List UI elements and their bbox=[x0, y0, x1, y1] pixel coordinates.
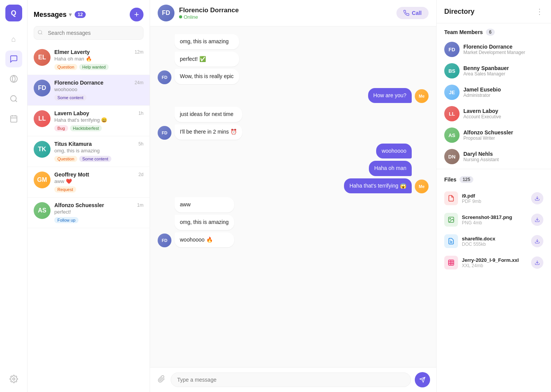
nav-calendar[interactable] bbox=[5, 110, 22, 127]
tag: Question bbox=[54, 156, 77, 162]
file-icon-doc bbox=[444, 234, 458, 248]
avatar-geoffrey: GM bbox=[34, 172, 51, 188]
member-item-daryl[interactable]: DN Daryl Nehls Nursing Assistant bbox=[437, 146, 551, 167]
svg-rect-19 bbox=[448, 260, 454, 265]
app-logo[interactable]: Q bbox=[5, 5, 22, 21]
directory-header: Directory ⋮ bbox=[437, 0, 551, 23]
conv-name: Titus Kitamura bbox=[54, 141, 92, 147]
conv-time: 24m bbox=[135, 80, 143, 85]
divider bbox=[437, 169, 551, 169]
nav-home[interactable]: ⌂ bbox=[5, 31, 22, 47]
svg-rect-3 bbox=[10, 116, 17, 122]
svg-point-7 bbox=[13, 378, 15, 380]
member-item-alfonzo[interactable]: AS Alfonzo Schuessler Proposal Writer bbox=[437, 124, 551, 146]
messages-title: Messages ▾ bbox=[34, 11, 72, 19]
messages-panel: Messages ▾ 12 + EL Elmer Laverty12m Haha… bbox=[28, 0, 150, 392]
conv-item-elmer[interactable]: EL Elmer Laverty12m Haha oh man 🔥 Questi… bbox=[28, 44, 150, 75]
member-avatar: LL bbox=[444, 106, 460, 121]
member-item-benny[interactable]: BS Benny Spanbauer Area Sales Manager bbox=[437, 60, 551, 82]
file-icon-png bbox=[444, 213, 458, 227]
file-icon-xxl bbox=[444, 256, 458, 270]
message-bubble: omg, this is amazing bbox=[174, 215, 234, 230]
chat-contact-avatar: FD bbox=[158, 5, 174, 21]
message-bubble: just ideas for next time bbox=[174, 107, 242, 122]
messages-body: FD omg, this is amazing perfect! ✅ Wow, … bbox=[150, 26, 436, 367]
file-meta: XXL 24mb bbox=[462, 263, 527, 268]
chat-contact-name: Florencio Dorrance bbox=[179, 7, 239, 14]
file-meta: PNG 4mb bbox=[462, 220, 527, 225]
tag: Hacktoberfest bbox=[70, 125, 102, 131]
nav-analytics[interactable] bbox=[5, 70, 22, 87]
conv-tags: Request bbox=[54, 186, 143, 193]
status-dot bbox=[179, 15, 182, 18]
member-avatar: FD bbox=[444, 42, 460, 57]
conv-item-lavern[interactable]: LL Lavern Laboy1h Haha that's terrifying… bbox=[28, 106, 150, 136]
download-button[interactable] bbox=[531, 256, 543, 269]
member-item-jamel[interactable]: JE Jamel Eusebio Administrator bbox=[437, 82, 551, 103]
file-item-screenshot[interactable]: Screenshot-3817.png PNG 4mb bbox=[437, 209, 551, 230]
file-name: i9.pdf bbox=[462, 193, 527, 199]
send-button[interactable] bbox=[415, 372, 430, 387]
chat-input-bar bbox=[150, 367, 436, 392]
call-button[interactable]: Call bbox=[396, 7, 429, 19]
file-item-sharefile[interactable]: sharefile.docx DOC 555kb bbox=[437, 230, 551, 252]
tag: Bug bbox=[54, 125, 68, 131]
file-item-i9pdf[interactable]: i9.pdf PDF 9mb bbox=[437, 188, 551, 209]
member-role: Market Development Manager bbox=[463, 50, 525, 55]
tag: Request bbox=[54, 186, 76, 193]
message-bubble: woohoooo 🔥 bbox=[174, 232, 234, 248]
file-icon-pdf bbox=[444, 191, 458, 205]
messages-header: Messages ▾ 12 + bbox=[28, 0, 150, 26]
conv-item-titus[interactable]: TK Titus Kitamura5h omg, this is amazing… bbox=[28, 136, 150, 167]
conv-item-alfonzo[interactable]: AS Alfonzo Schuessler1m perfect! Follow … bbox=[28, 198, 150, 228]
message-bubble: Haha that's terrifying 😱 bbox=[344, 178, 412, 194]
member-item-florencio[interactable]: FD Florencio Dorrance Market Development… bbox=[437, 39, 551, 60]
svg-line-2 bbox=[15, 100, 17, 102]
conv-preview: perfect! bbox=[54, 209, 143, 215]
conv-preview: woohoooo bbox=[54, 87, 143, 92]
nav-search[interactable] bbox=[5, 90, 22, 107]
nav-settings[interactable] bbox=[5, 371, 22, 387]
dropdown-icon[interactable]: ▾ bbox=[69, 11, 72, 18]
file-meta: PDF 9mb bbox=[462, 199, 527, 204]
message-group-sent-2: woohoooo Haha oh man Haha that's terrify… bbox=[158, 144, 429, 194]
conv-tags: Follow up bbox=[54, 217, 143, 223]
download-button[interactable] bbox=[531, 192, 543, 204]
member-role: Area Sales Manager bbox=[463, 71, 509, 77]
files-count-badge: 125 bbox=[460, 176, 473, 183]
message-group-sent-1: How are you? Me bbox=[158, 88, 429, 103]
member-avatar: DN bbox=[444, 149, 460, 164]
member-role: Nursing Assistant bbox=[463, 157, 499, 162]
message-bubble: aww bbox=[174, 197, 234, 212]
conv-name: Alfonzo Schuessler bbox=[54, 202, 104, 208]
member-name: Lavern Laboy bbox=[463, 108, 501, 114]
file-item-jerry[interactable]: Jerry-2020_I-9_Form.xxl XXL 24mb bbox=[437, 252, 551, 273]
download-button[interactable] bbox=[531, 235, 543, 247]
avatar-elmer: EL bbox=[34, 49, 51, 66]
message-input[interactable] bbox=[171, 372, 411, 387]
attach-button[interactable] bbox=[156, 374, 167, 386]
member-name: Jamel Eusebio bbox=[463, 87, 501, 93]
file-name: Jerry-2020_I-9_Form.xxl bbox=[462, 257, 527, 263]
chat-status: Online bbox=[179, 14, 239, 20]
directory-more-button[interactable]: ⋮ bbox=[536, 7, 543, 16]
conv-name: Elmer Laverty bbox=[54, 49, 90, 55]
member-avatar: BS bbox=[444, 63, 460, 78]
conv-time: 1h bbox=[139, 111, 143, 116]
conv-item-florencio[interactable]: FD Florencio Dorrance24m woohoooo Some c… bbox=[28, 75, 150, 106]
message-group-received-1: FD omg, this is amazing perfect! ✅ Wow, … bbox=[158, 34, 429, 84]
conv-tags: Some content bbox=[54, 95, 143, 101]
new-message-button[interactable]: + bbox=[130, 8, 143, 21]
team-members-section-title: Team Members 6 bbox=[437, 23, 551, 39]
conv-item-geoffrey[interactable]: GM Geoffrey Mott2d aww ❤️ Request bbox=[28, 167, 150, 198]
msg-avatar-self: Me bbox=[415, 89, 429, 103]
member-name: Benny Spanbauer bbox=[463, 65, 509, 71]
search-input[interactable] bbox=[34, 26, 143, 40]
conv-time: 12m bbox=[135, 49, 143, 55]
file-name: sharefile.docx bbox=[462, 236, 527, 242]
conv-name: Lavern Laboy bbox=[54, 110, 89, 116]
conv-tags: Question Help wanted bbox=[54, 64, 143, 70]
download-button[interactable] bbox=[531, 214, 543, 226]
member-item-lavern[interactable]: LL Lavern Laboy Account Executive bbox=[437, 103, 551, 124]
nav-messages[interactable] bbox=[5, 51, 22, 67]
